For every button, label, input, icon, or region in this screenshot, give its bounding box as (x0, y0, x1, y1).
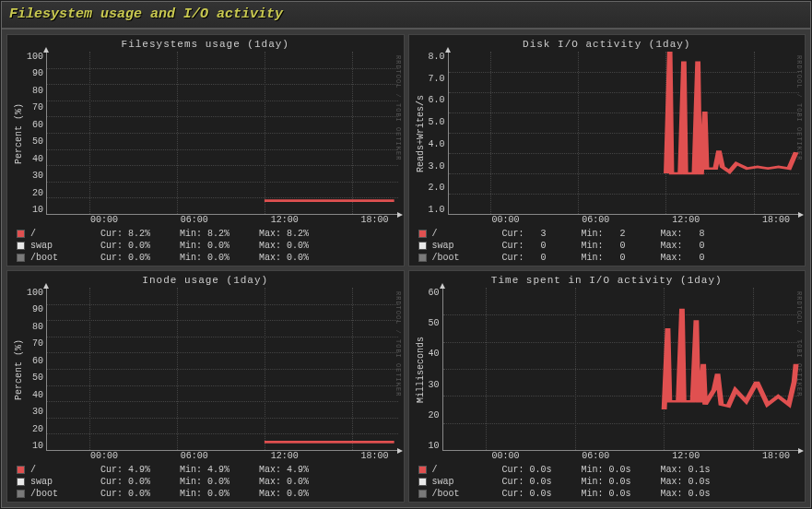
y-ticks: 60 50 40 30 20 10 (427, 288, 442, 451)
legend-row-boot: /boot Cur: 0 Min: 0 Max: 0 (418, 252, 800, 264)
legend-row-boot: /boot Cur: 0.0s Min: 0.0s Max: 0.0s (418, 488, 800, 500)
data-line-root (443, 288, 799, 450)
swatch-red-icon (17, 466, 25, 474)
panel-disk-io: RRDTOOL / TOBI OETIKER Disk I/O activity… (408, 34, 806, 266)
y-axis-label: Milliseconds (415, 288, 427, 451)
legend-row-swap: swap Cur: 0.0s Min: 0.0s Max: 0.0s (418, 476, 800, 488)
y-ticks: 100 90 80 70 60 50 40 30 20 10 (25, 52, 46, 215)
swatch-white-icon (418, 478, 427, 486)
legend-row-root: / Cur: 0.0s Min: 0.0s Max: 0.1s (418, 464, 800, 476)
legend: / Cur: 0.0s Min: 0.0s Max: 0.1s swap Cur… (415, 464, 800, 500)
legend-row-boot: /boot Cur: 0.0% Min: 0.0% Max: 0.0% (17, 488, 398, 500)
chart-title: Filesystems usage (1day) (13, 39, 398, 50)
legend-row-swap: swap Cur: 0.0% Min: 0.0% Max: 0.0% (17, 476, 398, 488)
swatch-gray-icon (418, 254, 427, 262)
swatch-red-icon (418, 230, 427, 238)
chart-title: Inode usage (1day) (13, 275, 398, 286)
y-ticks: 8.0 7.0 6.0 5.0 4.0 3.0 2.0 1.0 (427, 52, 448, 215)
plot-area (448, 52, 799, 215)
legend-row-swap: swap Cur: 0 Min: 0 Max: 0 (418, 240, 800, 252)
x-ticks: 00:00 06:00 12:00 18:00 (455, 451, 800, 461)
legend-row-boot: /boot Cur: 0.0% Min: 0.0% Max: 0.0% (17, 252, 398, 264)
legend: / Cur: 4.9% Min: 4.9% Max: 4.9% swap Cur… (13, 464, 398, 500)
x-ticks: 00:00 06:00 12:00 18:00 (53, 451, 398, 461)
legend-row-root: / Cur: 4.9% Min: 4.9% Max: 4.9% (17, 464, 398, 476)
x-ticks: 00:00 06:00 12:00 18:00 (53, 215, 398, 225)
chart-grid: RRDTOOL / TOBI OETIKER Filesystems usage… (2, 30, 810, 507)
data-line-root (47, 52, 397, 214)
swatch-white-icon (418, 242, 427, 250)
chart-title: Time spent in I/O activity (1day) (415, 275, 800, 286)
panel-inode-usage: RRDTOOL / TOBI OETIKER Inode usage (1day… (6, 270, 405, 503)
window: Filesystem usage and I/O activity RRDTOO… (1, 1, 811, 508)
window-title: Filesystem usage and I/O activity (2, 2, 810, 30)
swatch-white-icon (17, 478, 25, 486)
y-axis-label: Reads+Writes/s (415, 52, 427, 215)
legend-row-swap: swap Cur: 0.0% Min: 0.0% Max: 0.0% (17, 240, 398, 252)
legend: / Cur: 3 Min: 2 Max: 8 swap Cur: 0 Min: … (415, 228, 800, 264)
panel-fs-usage: RRDTOOL / TOBI OETIKER Filesystems usage… (6, 34, 405, 266)
plot-area (46, 288, 397, 451)
swatch-red-icon (17, 230, 25, 238)
legend: / Cur: 8.2% Min: 8.2% Max: 8.2% swap Cur… (13, 228, 398, 264)
legend-row-root: / Cur: 3 Min: 2 Max: 8 (418, 228, 800, 240)
y-axis-label: Percent (%) (13, 52, 25, 215)
plot-area (442, 288, 799, 451)
swatch-red-icon (418, 466, 427, 474)
swatch-gray-icon (418, 490, 427, 498)
legend-row-root: / Cur: 8.2% Min: 8.2% Max: 8.2% (17, 228, 398, 240)
data-line-root (47, 288, 397, 450)
swatch-gray-icon (17, 254, 25, 262)
y-ticks: 100 90 80 70 60 50 40 30 20 10 (25, 288, 46, 451)
y-axis-label: Percent (%) (13, 288, 25, 451)
plot-area (46, 52, 397, 215)
swatch-gray-icon (17, 490, 25, 498)
swatch-white-icon (17, 242, 25, 250)
chart-title: Disk I/O activity (1day) (415, 39, 800, 50)
data-line-root (449, 52, 799, 214)
x-ticks: 00:00 06:00 12:00 18:00 (455, 215, 800, 225)
panel-io-time: RRDTOOL / TOBI OETIKER Time spent in I/O… (408, 270, 806, 503)
